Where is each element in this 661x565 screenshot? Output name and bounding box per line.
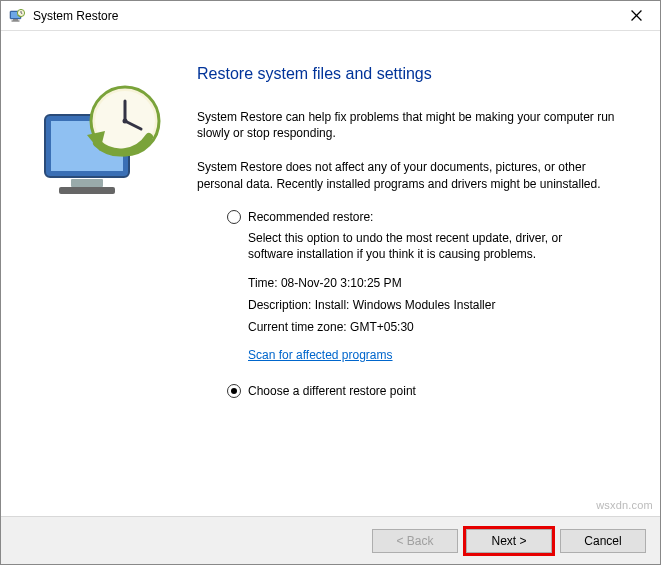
restore-timezone: Current time zone: GMT+05:30 [227, 320, 646, 334]
different-restore-option: Choose a different restore point [197, 384, 646, 398]
radio-recommended[interactable] [227, 210, 241, 224]
window-title: System Restore [33, 9, 614, 23]
right-pane: Restore system files and settings System… [197, 41, 646, 506]
tz-label: Current time zone: [248, 320, 350, 334]
restore-graphic-icon [37, 77, 167, 207]
svg-point-16 [123, 119, 128, 124]
content-area: Restore system files and settings System… [1, 31, 660, 516]
next-button[interactable]: Next > [466, 529, 552, 553]
restore-description: Description: Install: Windows Modules In… [227, 298, 646, 312]
footer-buttons: < Back Next > Cancel [1, 516, 660, 564]
intro-paragraph-1: System Restore can help fix problems tha… [197, 109, 627, 141]
page-heading: Restore system files and settings [197, 65, 646, 83]
scan-link-wrap: Scan for affected programs [227, 348, 646, 362]
different-label: Choose a different restore point [248, 384, 416, 398]
time-label: Time: [248, 276, 281, 290]
watermark: wsxdn.com [596, 499, 653, 511]
restore-time: Time: 08-Nov-20 3:10:25 PM [227, 276, 646, 290]
close-icon [631, 10, 642, 21]
svg-rect-2 [13, 19, 18, 21]
recommended-restore-radio-row[interactable]: Recommended restore: [227, 210, 646, 224]
scan-affected-link[interactable]: Scan for affected programs [248, 348, 393, 362]
recommended-restore-option: Recommended restore: Select this option … [197, 210, 646, 362]
svg-rect-11 [59, 187, 115, 194]
recommended-label: Recommended restore: [248, 210, 373, 224]
close-button[interactable] [614, 2, 658, 30]
system-restore-icon [9, 8, 25, 24]
intro-paragraph-2: System Restore does not affect any of yo… [197, 159, 627, 191]
recommended-desc: Select this option to undo the most rece… [227, 230, 597, 262]
cancel-button[interactable]: Cancel [560, 529, 646, 553]
desc-value: Install: Windows Modules Installer [315, 298, 496, 312]
different-restore-radio-row[interactable]: Choose a different restore point [227, 384, 646, 398]
svg-rect-10 [71, 179, 103, 187]
left-pane [7, 41, 197, 506]
time-value: 08-Nov-20 3:10:25 PM [281, 276, 402, 290]
titlebar: System Restore [1, 1, 660, 31]
svg-rect-3 [12, 20, 20, 21]
radio-different[interactable] [227, 384, 241, 398]
desc-label: Description: [248, 298, 315, 312]
back-button: < Back [372, 529, 458, 553]
tz-value: GMT+05:30 [350, 320, 414, 334]
system-restore-window: System Restore [0, 0, 661, 565]
